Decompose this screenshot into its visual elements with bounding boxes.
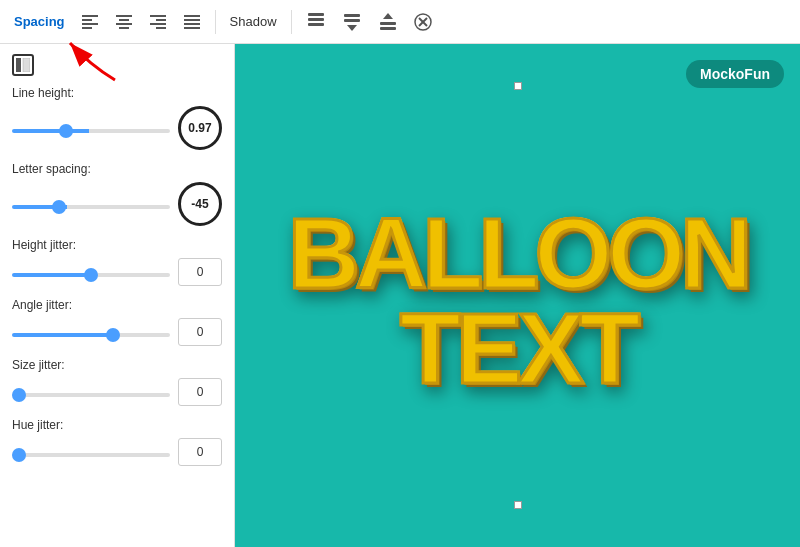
svg-rect-20 (344, 19, 360, 22)
toolbar-align-justify[interactable] (177, 9, 207, 35)
size-jitter-value: 0 (178, 378, 222, 406)
svg-rect-8 (150, 15, 166, 17)
svg-rect-7 (119, 27, 129, 29)
toolbar-spacing[interactable]: Spacing (8, 10, 71, 33)
angle-jitter-row: 0 (12, 318, 222, 346)
toolbar-layer-up-icon[interactable] (372, 8, 404, 36)
svg-rect-16 (308, 18, 324, 21)
angle-jitter-label: Angle jitter: (12, 298, 222, 312)
hue-jitter-group: Hue jitter: 0 (12, 418, 222, 466)
svg-rect-6 (116, 23, 132, 25)
hue-jitter-label: Hue jitter: (12, 418, 222, 432)
balloon-text-line2: TEXT (400, 301, 636, 396)
toolbar-shadow[interactable]: Shadow (224, 10, 283, 33)
svg-marker-24 (383, 13, 393, 19)
size-jitter-group: Size jitter: 0 (12, 358, 222, 406)
toolbar-layers-icon[interactable] (300, 8, 332, 36)
angle-jitter-group: Angle jitter: 0 (12, 298, 222, 346)
svg-rect-9 (156, 19, 166, 21)
svg-rect-11 (156, 27, 166, 29)
svg-marker-21 (347, 25, 357, 31)
svg-rect-2 (82, 23, 98, 25)
balloon-text-container: BALLOON TEXT (288, 206, 747, 396)
line-height-value: 0.97 (178, 106, 222, 150)
letter-spacing-slider-container (12, 195, 170, 213)
toolbar-align-left[interactable] (75, 9, 105, 35)
toolbar-align-right[interactable] (143, 9, 173, 35)
size-jitter-label: Size jitter: (12, 358, 222, 372)
handle-bottom-center[interactable] (514, 501, 522, 509)
line-height-label: Line height: (12, 86, 222, 100)
size-jitter-row: 0 (12, 378, 222, 406)
svg-rect-14 (184, 23, 200, 25)
toolbar: Spacing Shadow (0, 0, 800, 44)
line-height-group: Line height: 0.97 (12, 86, 222, 150)
letter-spacing-slider[interactable] (12, 205, 170, 209)
hue-jitter-slider[interactable] (12, 453, 170, 457)
balloon-text-line1: BALLOON (288, 206, 747, 301)
hue-jitter-row: 0 (12, 438, 222, 466)
sidebar-panel: Line height: 0.97 Letter spacing: -45 He… (0, 44, 235, 547)
svg-rect-12 (184, 15, 200, 17)
toolbar-delete-icon[interactable] (408, 9, 438, 35)
line-height-slider-container (12, 119, 170, 137)
height-jitter-value: 0 (178, 258, 222, 286)
svg-rect-22 (380, 27, 396, 30)
svg-rect-18 (308, 13, 324, 16)
svg-rect-5 (119, 19, 129, 21)
toolbar-layer-down-icon[interactable] (336, 8, 368, 36)
letter-spacing-label: Letter spacing: (12, 162, 222, 176)
svg-rect-4 (116, 15, 132, 17)
letter-spacing-row: -45 (12, 182, 222, 226)
height-jitter-row: 0 (12, 258, 222, 286)
height-jitter-slider[interactable] (12, 273, 170, 277)
line-height-slider[interactable] (12, 129, 170, 133)
toolbar-divider-1 (215, 10, 216, 34)
hue-jitter-value: 0 (178, 438, 222, 466)
svg-rect-19 (344, 14, 360, 17)
toolbar-align-center[interactable] (109, 9, 139, 35)
size-jitter-slider[interactable] (12, 393, 170, 397)
height-jitter-slider-container (12, 263, 170, 281)
svg-rect-30 (23, 58, 30, 72)
hue-jitter-slider-container (12, 443, 170, 461)
height-jitter-label: Height jitter: (12, 238, 222, 252)
svg-rect-29 (16, 58, 21, 72)
height-jitter-group: Height jitter: 0 (12, 238, 222, 286)
svg-rect-17 (308, 23, 324, 26)
letter-spacing-group: Letter spacing: -45 (12, 162, 222, 226)
svg-rect-1 (82, 19, 92, 21)
toolbar-divider-2 (291, 10, 292, 34)
angle-jitter-slider[interactable] (12, 333, 170, 337)
svg-rect-10 (150, 23, 166, 25)
canvas-area[interactable]: MockoFun BALLOON TEXT (235, 44, 800, 547)
size-jitter-slider-container (12, 383, 170, 401)
angle-jitter-slider-container (12, 323, 170, 341)
mocko-badge: MockoFun (686, 60, 784, 88)
svg-rect-13 (184, 19, 200, 21)
svg-rect-15 (184, 27, 200, 29)
angle-jitter-value: 0 (178, 318, 222, 346)
line-height-row: 0.97 (12, 106, 222, 150)
svg-rect-0 (82, 15, 98, 17)
svg-rect-3 (82, 27, 92, 29)
handle-top-center[interactable] (514, 82, 522, 90)
svg-rect-23 (380, 22, 396, 25)
panel-toggle-icon[interactable] (12, 54, 34, 76)
letter-spacing-value: -45 (178, 182, 222, 226)
main-area: Line height: 0.97 Letter spacing: -45 He… (0, 44, 800, 547)
